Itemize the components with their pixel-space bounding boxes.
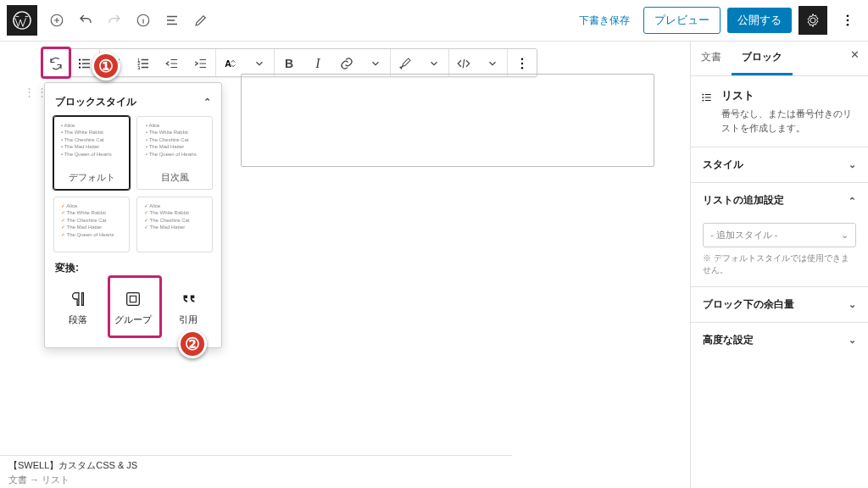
svg-point-4 bbox=[847, 19, 849, 22]
save-draft-link[interactable]: 下書き保存 bbox=[572, 14, 637, 28]
list-style-note: ※ デフォルトスタイルでは使用できません。 bbox=[703, 252, 856, 276]
add-block-icon[interactable] bbox=[44, 8, 70, 33]
close-sidebar-icon[interactable]: ✕ bbox=[842, 42, 868, 75]
svg-point-5 bbox=[847, 24, 849, 26]
editor-canvas[interactable]: 123 A B I bbox=[0, 41, 690, 488]
top-bar: 下書き保存 プレビュー 公開する bbox=[0, 0, 868, 41]
breadcrumb[interactable]: 文書 → リスト bbox=[8, 472, 504, 486]
outdent-icon[interactable] bbox=[158, 49, 186, 78]
transform-paragraph[interactable]: 段落 bbox=[53, 282, 103, 334]
title-input[interactable] bbox=[241, 74, 654, 167]
style-check[interactable]: Alice The White Rabbit The Cheshire Cat … bbox=[53, 197, 130, 252]
svg-point-16 bbox=[521, 58, 523, 60]
block-styles-heading: ブロックスタイル bbox=[55, 95, 136, 109]
panel-advanced[interactable]: 高度な設定 ⌄ bbox=[691, 322, 868, 358]
panel-list-settings[interactable]: リストの追加設定 ⌄ bbox=[691, 182, 868, 218]
svg-point-21 bbox=[702, 94, 704, 96]
indent-icon[interactable] bbox=[186, 49, 215, 78]
info-icon[interactable] bbox=[131, 8, 156, 33]
footer-meta-section[interactable]: 【SWELL】カスタムCSS & JS bbox=[8, 459, 504, 472]
paragraph-icon bbox=[69, 290, 87, 308]
annotation-badge-2: ② bbox=[178, 330, 207, 358]
svg-point-22 bbox=[702, 97, 704, 98]
chevron-down-icon: ⌄ bbox=[849, 335, 856, 346]
settings-button[interactable] bbox=[798, 6, 827, 35]
chevron-down-icon: ⌄ bbox=[849, 299, 856, 310]
outline-icon[interactable] bbox=[159, 8, 185, 33]
transform-quote[interactable]: 引用 bbox=[163, 282, 213, 334]
list-icon bbox=[701, 88, 713, 107]
svg-point-7 bbox=[79, 63, 81, 64]
list-style-select[interactable]: - 追加スタイル - ⌄ bbox=[703, 223, 856, 247]
tab-block[interactable]: ブロック bbox=[732, 42, 793, 75]
chevron-down-icon: ⌄ bbox=[849, 159, 856, 170]
svg-point-23 bbox=[702, 100, 704, 102]
svg-point-18 bbox=[521, 67, 523, 69]
transform-heading: 変換: bbox=[55, 261, 79, 275]
redo-icon bbox=[102, 8, 127, 33]
more-menu-icon[interactable] bbox=[834, 7, 861, 34]
chevron-up-icon: ⌄ bbox=[849, 195, 856, 206]
svg-point-3 bbox=[847, 14, 849, 17]
sidebar-block-title: リスト bbox=[721, 88, 858, 103]
settings-sidebar: 文書 ブロック ✕ リスト 番号なし、または番号付きのリストを作成します。 スタ… bbox=[690, 41, 868, 488]
panel-margin[interactable]: ブロック下の余白量 ⌄ bbox=[691, 286, 868, 322]
chevron-down-icon: ⌄ bbox=[841, 230, 849, 241]
panel-style[interactable]: スタイル ⌄ bbox=[691, 147, 868, 182]
wp-logo[interactable] bbox=[7, 5, 37, 36]
style-check-green[interactable]: Alice The White Rabbit The Cheshire Cat … bbox=[136, 197, 213, 252]
sidebar-block-description: 番号なし、または番号付きのリストを作成します。 bbox=[721, 107, 858, 135]
ordered-list-icon[interactable]: 123 bbox=[129, 49, 158, 78]
preview-button[interactable]: プレビュー bbox=[643, 7, 721, 34]
annotation-badge-1: ① bbox=[92, 52, 120, 80]
block-styles-popover: ブロックスタイル ⌃ Alice The White Rabbit The Ch… bbox=[44, 82, 222, 348]
svg-text:3: 3 bbox=[137, 65, 140, 70]
svg-point-8 bbox=[79, 66, 81, 68]
style-toc[interactable]: Alice The White Rabbit The Cheshire Cat … bbox=[136, 116, 213, 190]
tab-document[interactable]: 文書 bbox=[691, 42, 732, 75]
editor-footer: 【SWELL】カスタムCSS & JS 文書 → リスト bbox=[0, 455, 512, 488]
style-default[interactable]: Alice The White Rabbit The Cheshire Cat … bbox=[53, 116, 130, 190]
svg-text:A: A bbox=[225, 58, 231, 69]
collapse-icon[interactable]: ⌃ bbox=[203, 97, 211, 108]
svg-point-17 bbox=[521, 63, 523, 64]
drag-handle-icon[interactable]: ⋮⋮ bbox=[24, 89, 37, 113]
edit-icon[interactable] bbox=[188, 8, 214, 33]
svg-point-6 bbox=[79, 58, 81, 60]
annotation-box-1 bbox=[41, 47, 71, 79]
undo-icon[interactable] bbox=[73, 8, 98, 33]
quote-icon bbox=[179, 290, 198, 308]
publish-button[interactable]: 公開する bbox=[727, 8, 792, 33]
annotation-box-2 bbox=[108, 275, 162, 338]
